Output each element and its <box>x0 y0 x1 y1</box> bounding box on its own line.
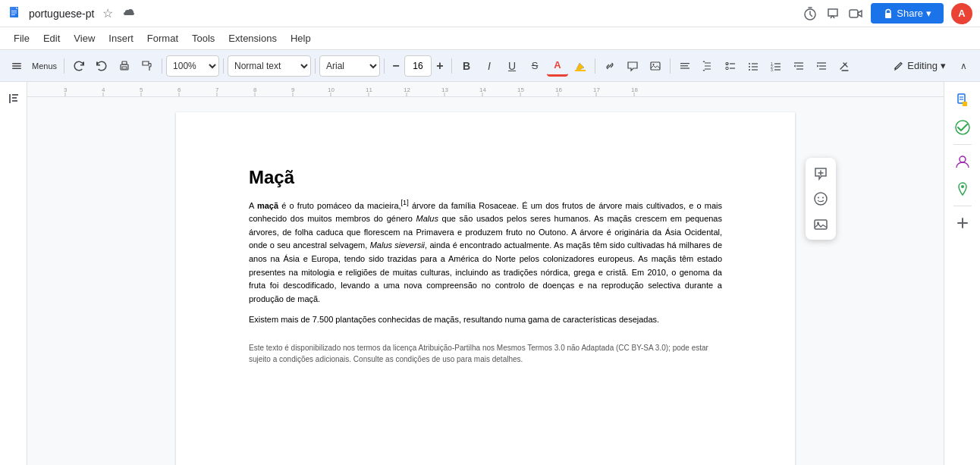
separator7 <box>595 58 595 74</box>
bubble-emoji-button[interactable] <box>809 187 833 211</box>
italic-button[interactable]: I <box>479 55 500 77</box>
svg-text:6: 6 <box>177 86 181 93</box>
svg-marker-88 <box>963 102 967 106</box>
numbered-list-icon: 1.2.3. <box>770 60 782 72</box>
indent-decrease-icon <box>793 60 805 72</box>
bold-button[interactable]: B <box>456 55 477 77</box>
checklist-icon <box>724 60 737 72</box>
document-paragraph-2: Existem mais de 7.500 plantações conheci… <box>249 313 722 327</box>
svg-rect-4 <box>11 14 15 15</box>
svg-rect-11 <box>12 68 21 69</box>
svg-rect-83 <box>815 220 827 229</box>
menu-format[interactable]: Format <box>141 31 184 46</box>
right-panel-map-button[interactable] <box>950 177 975 201</box>
hamburger-icon <box>11 60 23 72</box>
paint-format-button[interactable] <box>137 55 158 77</box>
toolbar-right: Editing ▾ ∧ <box>887 55 974 77</box>
align-button[interactable] <box>674 55 696 77</box>
print-icon <box>118 60 130 72</box>
menu-help[interactable]: Help <box>284 31 317 46</box>
svg-point-80 <box>815 193 827 205</box>
menu-file[interactable]: File <box>8 31 36 46</box>
font-size-group: − + <box>388 55 448 77</box>
svg-rect-16 <box>651 62 660 70</box>
document-heading: Maçã <box>249 167 722 188</box>
strikethrough-button[interactable]: S <box>524 55 545 77</box>
image-icon <box>649 60 661 72</box>
document-scroll-area[interactable]: Maçã A maçã é o fruto pomáceo da macieir… <box>27 97 944 465</box>
numbered-list-button[interactable]: 1.2.3. <box>765 55 787 77</box>
zoom-select[interactable]: 100%75%150% <box>166 55 219 77</box>
line-spacing-button[interactable] <box>697 55 718 77</box>
line-spacing-icon <box>702 60 714 72</box>
menu-insert[interactable]: Insert <box>102 31 140 46</box>
save-cloud-icon[interactable] <box>121 6 137 21</box>
indent-decrease-button[interactable] <box>788 55 809 77</box>
font-size-input[interactable] <box>404 55 432 77</box>
share-chevron: ▾ <box>926 8 931 19</box>
menu-edit[interactable]: Edit <box>37 31 66 46</box>
right-panel-check-button[interactable] <box>950 115 975 140</box>
svg-text:17: 17 <box>593 86 600 93</box>
document-paragraph-1: A maçã é o fruto pomáceo da macieira,[1]… <box>249 197 722 306</box>
timer-icon[interactable] <box>803 6 818 21</box>
outline-toggle-button[interactable] <box>3 88 24 109</box>
link-button[interactable] <box>599 55 620 77</box>
font-size-increase[interactable]: + <box>432 55 448 77</box>
undo-button[interactable] <box>68 55 90 77</box>
print-button[interactable] <box>114 55 135 77</box>
editing-mode-button[interactable]: Editing ▾ <box>887 59 953 72</box>
text-color-button[interactable]: A <box>547 55 568 77</box>
menu-tools[interactable]: Tools <box>186 31 221 46</box>
bubble-image-button[interactable] <box>809 212 833 237</box>
comment-button[interactable] <box>622 55 643 77</box>
redo-button[interactable] <box>91 55 112 77</box>
right-panel-add-button[interactable] <box>950 211 975 235</box>
floating-action-bubble <box>806 158 836 240</box>
svg-text:5: 5 <box>140 86 143 93</box>
svg-text:4: 4 <box>102 86 105 93</box>
paragraph-style-select[interactable]: Normal textHeading 1Heading 2 <box>228 55 311 77</box>
bullet-list-icon <box>747 60 759 72</box>
svg-point-17 <box>653 64 655 65</box>
svg-text:10: 10 <box>328 86 335 93</box>
menus-button[interactable] <box>6 55 27 77</box>
indent-increase-button[interactable] <box>811 55 832 77</box>
main-area: 3 4 5 6 7 8 9 10 11 <box>0 82 980 465</box>
menu-extensions[interactable]: Extensions <box>222 31 283 46</box>
svg-point-81 <box>818 197 819 199</box>
share-button[interactable]: Share ▾ <box>871 3 944 24</box>
right-panel-docs-button[interactable] <box>950 88 975 112</box>
image-button[interactable] <box>645 55 666 77</box>
checklist-button[interactable] <box>720 55 741 77</box>
collapse-toolbar-button[interactable]: ∧ <box>953 55 974 77</box>
separator2 <box>162 58 162 74</box>
map-panel-icon <box>955 181 970 196</box>
svg-rect-10 <box>12 65 21 67</box>
clear-format-button[interactable] <box>834 55 855 77</box>
right-panel-divider <box>953 144 972 145</box>
highlight-button[interactable] <box>570 55 591 77</box>
bubble-add-button[interactable] <box>809 161 833 185</box>
check-panel-icon <box>955 120 970 135</box>
avatar[interactable]: A <box>951 3 972 24</box>
add-panel-icon <box>955 215 970 231</box>
underline-button[interactable]: U <box>501 55 523 77</box>
video-call-icon[interactable] <box>848 6 863 21</box>
svg-text:11: 11 <box>366 86 372 93</box>
font-select[interactable]: ArialTimes New Roman <box>319 55 380 77</box>
svg-text:3: 3 <box>64 86 68 93</box>
svg-rect-9 <box>12 63 21 64</box>
license-text: Este texto é disponibilizado nos termos … <box>249 342 722 365</box>
menu-view[interactable]: View <box>68 31 101 46</box>
menus-label[interactable]: Menus <box>29 61 60 71</box>
emoji-icon <box>813 191 828 206</box>
document-body: A maçã é o fruto pomáceo da macieira,[1]… <box>249 197 722 327</box>
svg-point-25 <box>749 63 750 64</box>
bullet-list-button[interactable] <box>743 55 764 77</box>
font-size-decrease[interactable]: − <box>388 55 404 77</box>
star-icon[interactable]: ☆ <box>100 6 115 21</box>
comment-icon[interactable] <box>825 6 840 21</box>
right-panel-user-button[interactable] <box>950 149 975 174</box>
ruler: 3 4 5 6 7 8 9 10 11 <box>27 82 944 97</box>
